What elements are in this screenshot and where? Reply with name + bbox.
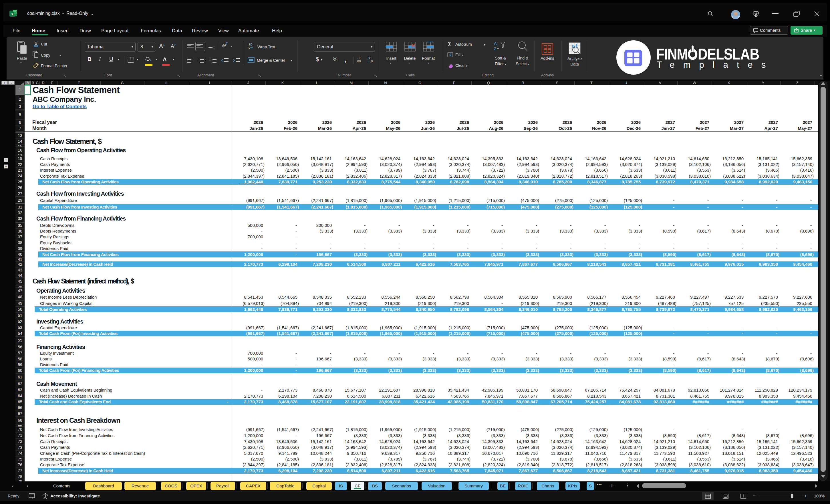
svg-text:Z: Z bbox=[494, 46, 497, 51]
svg-text:A: A bbox=[494, 41, 497, 46]
svg-text:x: x bbox=[11, 12, 13, 16]
